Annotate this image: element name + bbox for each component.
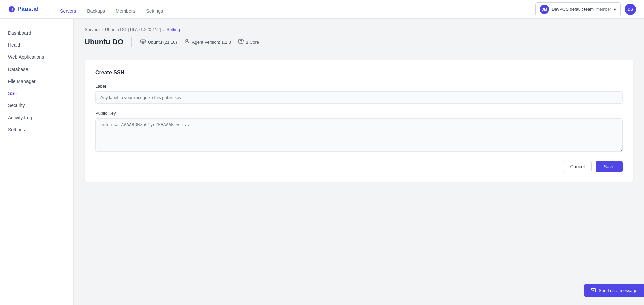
label-group: Label: [95, 84, 623, 104]
breadcrumb-sep-1: ›: [102, 27, 103, 32]
breadcrumb-servers[interactable]: Servers: [85, 27, 100, 32]
team-avatar: DM: [540, 5, 549, 14]
sidebar-item-activity-log[interactable]: Activity Log: [0, 112, 73, 124]
sidebar: Dashboard Health Web Applications Databa…: [0, 19, 74, 305]
breadcrumb-current: Setting: [166, 27, 180, 32]
nav-backups[interactable]: Backups: [82, 0, 110, 18]
breadcrumb-sep-2: ›: [163, 27, 164, 32]
nav-settings[interactable]: Settings: [141, 0, 168, 18]
layers-icon: [140, 38, 146, 46]
cpu-icon: [238, 38, 244, 46]
nav-links: Servers Backups Members Settings: [55, 0, 535, 18]
sidebar-item-ssh[interactable]: SSH: [0, 87, 73, 99]
mail-icon: [591, 288, 596, 293]
top-navigation: Paas.id Servers Backups Members Settings…: [0, 0, 644, 19]
agent-label: Agent Version: 1.1.0: [192, 40, 231, 45]
svg-rect-12: [591, 289, 595, 292]
svg-point-1: [186, 39, 188, 41]
public-key-input[interactable]: [95, 118, 623, 152]
logo[interactable]: Paas.id: [8, 6, 39, 13]
svg-rect-2: [239, 39, 243, 43]
sidebar-item-database[interactable]: Database: [0, 63, 73, 75]
server-meta: Ubuntu (21.10) Agent Version: 1.1.0: [140, 38, 259, 46]
meta-agent: Agent Version: 1.1.0: [184, 38, 231, 46]
os-label: Ubuntu (21.10): [148, 40, 177, 45]
nav-members[interactable]: Members: [110, 0, 141, 18]
label-field-label: Label: [95, 84, 623, 89]
sidebar-item-file-manager[interactable]: File Manager: [0, 75, 73, 87]
send-message-label: Send us a message: [599, 288, 637, 293]
team-role: member: [596, 7, 611, 12]
form-actions: Cancel Save: [95, 161, 623, 172]
breadcrumb: Servers › Ubuntu DO (167.71.220.112) › S…: [85, 27, 633, 32]
label-input[interactable]: [95, 91, 623, 104]
team-name: DevPCS default team: [552, 7, 594, 12]
team-selector[interactable]: DM DevPCS default team member ▾: [535, 2, 621, 16]
sidebar-item-security[interactable]: Security: [0, 99, 73, 112]
meta-cores: 1 Core: [238, 38, 259, 46]
card-title: Create SSH: [95, 70, 623, 76]
sidebar-item-settings[interactable]: Settings: [0, 124, 73, 136]
main-content: Servers › Ubuntu DO (167.71.220.112) › S…: [74, 19, 644, 305]
sidebar-item-health[interactable]: Health: [0, 39, 73, 51]
user-avatar[interactable]: DS: [625, 4, 636, 15]
sidebar-item-web-applications[interactable]: Web Applications: [0, 51, 73, 63]
cancel-button[interactable]: Cancel: [563, 161, 592, 172]
send-message-widget[interactable]: Send us a message: [584, 284, 644, 297]
server-divider: [131, 37, 132, 47]
chevron-down-icon: ▾: [614, 7, 616, 12]
logo-text: Paas.id: [17, 6, 39, 13]
meta-os: Ubuntu (21.10): [140, 38, 177, 46]
server-title: Ubuntu DO: [85, 38, 123, 46]
public-key-label: Public Key: [95, 111, 623, 116]
nav-right: DM DevPCS default team member ▾ DS: [535, 2, 636, 16]
cores-label: 1 Core: [246, 40, 259, 45]
nav-servers[interactable]: Servers: [55, 0, 82, 18]
create-ssh-card: Create SSH Label Public Key Cancel Save: [85, 60, 633, 182]
svg-rect-3: [240, 41, 242, 42]
breadcrumb-server[interactable]: Ubuntu DO (167.71.220.112): [105, 27, 161, 32]
agent-icon: [184, 38, 190, 46]
public-key-group: Public Key: [95, 111, 623, 153]
sidebar-item-dashboard[interactable]: Dashboard: [0, 27, 73, 39]
page-layout: Dashboard Health Web Applications Databa…: [0, 19, 644, 305]
server-header: Ubuntu DO Ubuntu (21.10): [85, 37, 633, 52]
save-button[interactable]: Save: [596, 161, 623, 172]
